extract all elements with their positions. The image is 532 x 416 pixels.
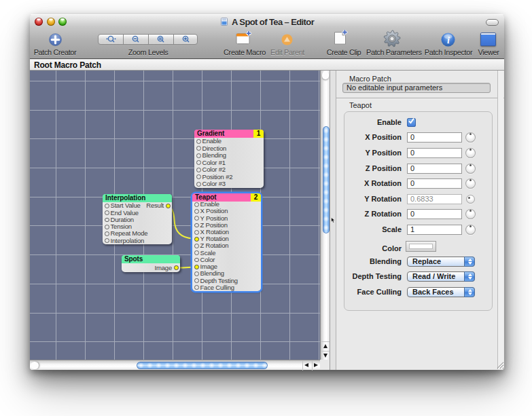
svg-text:i: i (447, 35, 450, 45)
